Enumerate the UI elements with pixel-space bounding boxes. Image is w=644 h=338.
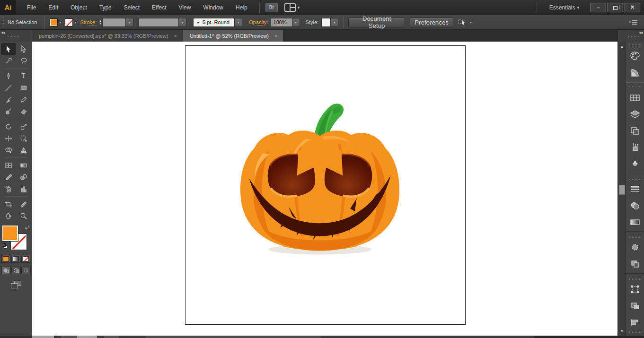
symbols-panel[interactable]: ♣ bbox=[626, 156, 644, 172]
stroke-weight-dropdown[interactable]: ▾ bbox=[126, 18, 133, 27]
workspace-switcher[interactable]: Essentials ▾ bbox=[549, 4, 579, 11]
menu-select[interactable]: Select bbox=[118, 0, 146, 15]
layers-panel[interactable] bbox=[626, 106, 644, 122]
type-tool[interactable]: T bbox=[16, 70, 31, 82]
chevron-down-icon[interactable]: ▾ bbox=[59, 20, 61, 25]
menu-help[interactable]: Help bbox=[229, 0, 254, 15]
direct-selection-tool[interactable] bbox=[16, 43, 31, 55]
canvas[interactable] bbox=[32, 42, 618, 336]
collapse-panel-icon[interactable]: ◀◀ bbox=[639, 31, 642, 34]
perspective-grid-tool[interactable] bbox=[16, 144, 31, 156]
panel-grip[interactable] bbox=[629, 44, 641, 46]
chevron-down-icon[interactable]: ▾ bbox=[74, 20, 76, 25]
color-guide-panel[interactable] bbox=[626, 64, 644, 81]
arrange-documents[interactable]: ▾ bbox=[284, 3, 300, 12]
artboard-tool[interactable] bbox=[1, 198, 16, 210]
selection-tool[interactable] bbox=[1, 43, 16, 55]
eraser-tool[interactable] bbox=[16, 105, 31, 117]
draw-normal-button[interactable] bbox=[1, 267, 11, 274]
none-button[interactable] bbox=[21, 255, 30, 263]
change-screen-mode-icon[interactable] bbox=[11, 281, 21, 288]
menu-view[interactable]: View bbox=[173, 0, 197, 15]
fill-proxy-swatch[interactable] bbox=[2, 225, 18, 241]
gradient-button[interactable] bbox=[11, 255, 20, 263]
gradient-tool[interactable] bbox=[16, 159, 31, 171]
lasso-tool[interactable] bbox=[16, 55, 31, 67]
stroke-color-control[interactable]: ▾ bbox=[65, 18, 76, 26]
fill-color-swatch[interactable] bbox=[50, 18, 58, 26]
transform-panel[interactable] bbox=[626, 281, 644, 298]
panel-grip[interactable] bbox=[629, 330, 641, 333]
color-panel[interactable] bbox=[626, 48, 644, 64]
hand-tool[interactable] bbox=[1, 210, 16, 222]
menu-effect[interactable]: Effect bbox=[146, 0, 172, 15]
pencil-tool[interactable] bbox=[16, 94, 31, 105]
stroke-link[interactable]: Stroke: bbox=[80, 19, 97, 26]
appearance-panel[interactable] bbox=[626, 239, 644, 256]
color-button[interactable] bbox=[1, 255, 10, 263]
menu-object[interactable]: Object bbox=[64, 0, 93, 15]
restore-button[interactable] bbox=[608, 3, 623, 12]
align-panel[interactable] bbox=[626, 314, 644, 330]
menu-file[interactable]: File bbox=[21, 0, 42, 15]
panel-grip[interactable] bbox=[629, 177, 641, 180]
artboard[interactable] bbox=[185, 45, 466, 325]
width-profile-field[interactable] bbox=[138, 18, 179, 27]
rotate-tool[interactable] bbox=[1, 121, 16, 132]
scrollbar-thumb[interactable] bbox=[619, 185, 625, 195]
close-tab-icon[interactable]: × bbox=[173, 33, 177, 39]
panel-grip[interactable] bbox=[7, 36, 19, 38]
draw-behind-button[interactable] bbox=[11, 267, 21, 274]
artboards-panel[interactable] bbox=[626, 122, 644, 139]
scale-tool[interactable] bbox=[16, 121, 31, 132]
brush-definition-field[interactable]: ● 5 pt. Round bbox=[193, 18, 235, 27]
panel-grip[interactable] bbox=[629, 86, 641, 88]
paintbrush-tool[interactable] bbox=[1, 94, 16, 105]
menu-type[interactable]: Type bbox=[93, 0, 118, 15]
panel-grip[interactable] bbox=[628, 36, 640, 38]
control-panel-menu[interactable]: ▾ bbox=[629, 20, 637, 25]
close-tab-icon[interactable]: × bbox=[273, 33, 278, 39]
graphic-styles-panel[interactable] bbox=[626, 256, 644, 272]
artboard-nav-field[interactable] bbox=[77, 336, 97, 338]
column-graph-tool[interactable] bbox=[16, 183, 31, 195]
magic-wand-tool[interactable] bbox=[1, 55, 16, 67]
swatches-panel[interactable] bbox=[626, 89, 644, 106]
panel-grip[interactable] bbox=[629, 235, 641, 238]
document-setup-button[interactable]: Document Setup bbox=[348, 17, 405, 27]
width-profile-dropdown[interactable]: ▾ bbox=[179, 18, 186, 27]
stroke-panel[interactable] bbox=[626, 181, 644, 198]
symbol-sprayer-tool[interactable] bbox=[1, 183, 16, 195]
opacity-dropdown[interactable]: ▾ bbox=[292, 18, 300, 27]
shape-builder-tool[interactable] bbox=[1, 144, 16, 156]
document-tab-pumpkin[interactable]: pumpkin-26 [Converted].eps* @ 33.33% (RG… bbox=[32, 30, 183, 42]
swap-fill-stroke-icon[interactable]: ⤾ bbox=[25, 225, 29, 230]
mesh-tool[interactable] bbox=[1, 159, 16, 171]
draw-inside-button[interactable] bbox=[21, 267, 31, 274]
zoom-field[interactable] bbox=[32, 336, 54, 338]
opacity-link[interactable]: Opacity: bbox=[249, 19, 268, 26]
zoom-tool[interactable] bbox=[16, 210, 31, 222]
chevron-down-icon[interactable]: ▾ bbox=[470, 20, 472, 25]
panel-grip[interactable] bbox=[629, 277, 641, 280]
collapse-panel-icon[interactable]: ◀◀ bbox=[1, 31, 4, 34]
opacity-field[interactable]: 100% bbox=[271, 18, 292, 27]
panel-grip[interactable] bbox=[1, 17, 5, 27]
stroke-weight-field[interactable] bbox=[102, 18, 126, 27]
line-segment-tool[interactable] bbox=[1, 82, 16, 94]
stroke-none-swatch[interactable] bbox=[65, 18, 73, 26]
pathfinder-panel[interactable] bbox=[626, 297, 644, 314]
menu-edit[interactable]: Edit bbox=[42, 0, 64, 15]
brush-dropdown[interactable]: ▾ bbox=[235, 18, 242, 27]
style-dropdown[interactable]: ▾ bbox=[331, 18, 338, 27]
preferences-button[interactable]: Preferences bbox=[410, 17, 453, 27]
eyedropper-tool[interactable] bbox=[1, 171, 16, 183]
document-tab-untitled[interactable]: Untitled-1* @ 52% (RGB/Preview) × bbox=[183, 30, 284, 42]
scroll-up-icon[interactable]: ▲ bbox=[618, 43, 626, 50]
blob-brush-tool[interactable] bbox=[1, 105, 16, 117]
blend-tool[interactable] bbox=[16, 171, 31, 183]
bridge-button[interactable]: Br bbox=[265, 3, 278, 12]
close-button[interactable]: ✕ bbox=[625, 3, 640, 12]
pumpkin-artwork[interactable] bbox=[237, 100, 403, 257]
stepper-down-icon[interactable]: ▼ bbox=[99, 22, 102, 25]
